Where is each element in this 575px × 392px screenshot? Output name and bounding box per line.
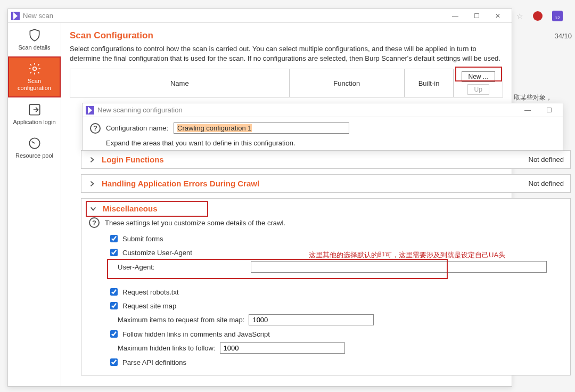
config-sections: Login Functions Not defined Handling App… (81, 150, 571, 375)
chevron-down-icon[interactable] (89, 205, 97, 213)
sitemap-max-label: Maximum items to request from site map: (118, 316, 244, 324)
checkbox-follow-hidden-links[interactable]: Follow hidden links in comments and Java… (108, 329, 563, 339)
section-status: Not defined (529, 156, 564, 164)
checkbox-input[interactable] (110, 358, 118, 366)
new-config-button[interactable]: New ... (462, 71, 495, 82)
checkbox-parse-api[interactable]: Parse API definitions (108, 357, 563, 368)
background-chinese-text: 取某些对象， (514, 93, 552, 102)
gear-icon (28, 62, 42, 76)
sidebar-item-label: Resource pool (15, 152, 53, 159)
column-header-actions: New ... Up (454, 69, 503, 97)
sidebar-item-scan-details[interactable]: Scan details (8, 23, 61, 56)
misc-description: These settings let you customize some de… (105, 219, 285, 227)
section-status: Not defined (529, 179, 564, 187)
maximize-button[interactable]: ☐ (466, 10, 487, 22)
checkbox-submit-forms[interactable]: Submit forms (108, 233, 563, 244)
sidebar-item-label: Scan configuration (10, 78, 59, 92)
column-header-name[interactable]: Name (70, 69, 290, 97)
section-login-functions[interactable]: Login Functions Not defined (81, 150, 571, 169)
page-description: Select configurations to control how the… (70, 44, 503, 63)
help-icon[interactable]: ? (90, 123, 101, 134)
sitemap-max-input[interactable] (249, 314, 374, 325)
sidebar-item-label: Scan details (19, 44, 51, 51)
configurations-table: Name Function Built-in New ... Up (70, 69, 503, 97)
background-browser-toolbar: ☆ 12 (511, 0, 575, 32)
page-counter: 34/10 (554, 32, 572, 40)
checkbox-input[interactable] (110, 249, 118, 256)
extension-dot-icon (533, 11, 543, 21)
column-header-builtin[interactable]: Built-in (404, 69, 454, 97)
window-titlebar: New scan — ☐ ✕ (8, 9, 512, 23)
checkbox-label: Parse API definitions (122, 358, 186, 366)
section-title: Handling Application Errors During Crawl (102, 179, 529, 188)
checkbox-input[interactable] (110, 330, 118, 338)
inner-window-titlebar: New scanning configuration — ☐ (83, 103, 563, 117)
checkbox-request-sitemap[interactable]: Request site map (108, 300, 563, 311)
sidebar-item-scan-configuration[interactable]: Scan configuration (8, 56, 61, 97)
hidden-max-label: Maximum hidden links to follow: (118, 344, 216, 352)
inner-window-title: New scanning configuration (97, 106, 517, 114)
help-icon[interactable]: ? (89, 217, 100, 228)
section-handling-errors[interactable]: Handling Application Errors During Crawl… (81, 174, 571, 193)
sidebar-item-label: Application login (13, 119, 55, 126)
svg-point-0 (32, 67, 36, 71)
section-miscellaneous: Miscellaneous ? These settings let you c… (81, 198, 571, 375)
star-icon: ☆ (516, 12, 523, 20)
user-agent-label: User-Agent: (118, 263, 245, 271)
checkbox-label: Request site map (122, 302, 176, 310)
inner-minimize-button[interactable]: — (517, 104, 538, 117)
chevron-right-icon (88, 179, 96, 188)
checkbox-label: Customize User-Agent (122, 249, 192, 257)
window-title: New scan (23, 12, 445, 20)
sidebar-item-application-login[interactable]: Application login (8, 97, 61, 131)
checkbox-input[interactable] (110, 288, 118, 296)
config-name-input[interactable]: Crawling configuration 1 (174, 123, 349, 134)
login-icon (28, 103, 42, 117)
config-name-label: Configuration name: (106, 124, 168, 132)
gauge-icon (28, 136, 42, 150)
page-title: Scan Configuration (70, 30, 503, 41)
checkbox-label: Follow hidden links in comments and Java… (122, 330, 270, 338)
section-title: Miscellaneous (103, 204, 563, 213)
burp-icon (11, 12, 20, 20)
close-button[interactable]: ✕ (487, 10, 508, 22)
inner-maximize-button[interactable]: ☐ (538, 104, 560, 117)
up-button[interactable]: Up (467, 84, 489, 95)
checkbox-label: Submit forms (122, 235, 163, 243)
checkbox-request-robots[interactable]: Request robots.txt (108, 287, 563, 297)
section-title: Login Functions (102, 155, 529, 164)
annotation-text: 这里其他的选择默认的即可，这里需要涉及到就是设定自己UA头 (309, 250, 505, 260)
checkbox-input[interactable] (110, 302, 118, 309)
checkbox-input[interactable] (110, 235, 118, 242)
checkbox-label: Request robots.txt (122, 288, 179, 296)
user-agent-input[interactable] (251, 261, 547, 273)
shield-icon (28, 28, 42, 42)
sidebar-item-resource-pool[interactable]: Resource pool (8, 131, 61, 165)
hidden-max-input[interactable] (220, 342, 345, 354)
chevron-right-icon (88, 156, 96, 164)
burp-icon (86, 106, 94, 115)
column-header-function[interactable]: Function (289, 69, 404, 97)
config-expand-hint: Expand the areas that you want to define… (106, 139, 555, 147)
wizard-sidebar: Scan details Scan configuration Applicat… (8, 23, 61, 386)
minimize-button[interactable]: — (445, 10, 466, 22)
new-scanning-config-window: New scanning configuration — ☐ ? Configu… (82, 103, 563, 151)
extension-badge-icon: 12 (552, 11, 563, 21)
